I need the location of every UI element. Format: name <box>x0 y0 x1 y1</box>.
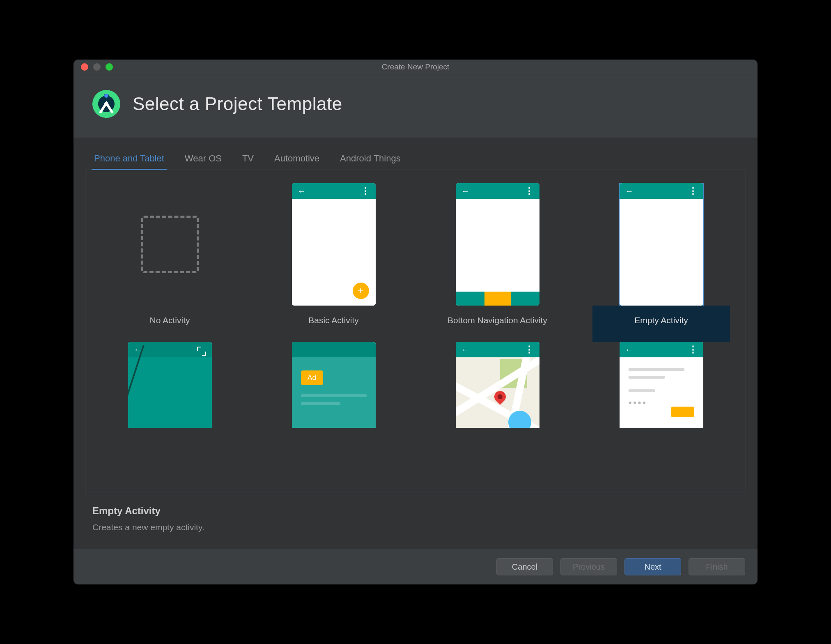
page-header: Select a Project Template <box>73 74 758 138</box>
previous-button: Previous <box>560 558 617 575</box>
back-arrow-icon: ← <box>298 186 306 196</box>
svg-point-3 <box>104 94 108 98</box>
template-label: Basic Activity <box>265 306 402 342</box>
page-title: Select a Project Template <box>133 94 342 114</box>
template-label: No Activity <box>101 306 239 342</box>
tab-phone-tablet[interactable]: Phone and Tablet <box>92 153 167 170</box>
finish-button: Finish <box>689 558 745 575</box>
template-grid: No Activity ←⋮ + Basic Activity ←⋮ <box>96 183 735 428</box>
svg-point-4 <box>104 102 108 106</box>
platform-tabs: Phone and Tablet Wear OS TV Automotive A… <box>85 153 746 170</box>
back-arrow-icon: ← <box>461 345 470 354</box>
template-grid-container: No Activity ←⋮ + Basic Activity ←⋮ <box>85 170 746 495</box>
template-admob-activity[interactable]: Ad <box>260 342 407 428</box>
template-label: Bottom Navigation Activity <box>429 306 566 342</box>
overflow-menu-icon: ⋮ <box>525 344 534 355</box>
fab-icon: + <box>353 283 369 299</box>
window-title: Create New Project <box>73 62 758 71</box>
create-project-window: Create New Project Select a Project Temp… <box>73 60 758 584</box>
next-button[interactable]: Next <box>624 558 681 575</box>
fullscreen-preview: ← <box>128 342 212 428</box>
admob-preview: Ad <box>292 342 376 428</box>
back-arrow-icon: ← <box>625 186 634 196</box>
selection-subtitle: Creates a new empty activity. <box>92 522 739 532</box>
bottom-nav-preview: ←⋮ <box>456 183 539 306</box>
ad-badge: Ad <box>301 370 323 385</box>
basic-activity-preview: ←⋮ + <box>292 183 376 306</box>
cancel-button[interactable]: Cancel <box>496 558 553 575</box>
template-fullscreen-activity[interactable]: ← <box>96 342 243 428</box>
content-area: Phone and Tablet Wear OS TV Automotive A… <box>73 138 758 549</box>
empty-activity-preview: ←⋮ <box>620 183 703 306</box>
template-no-activity[interactable]: No Activity <box>96 183 243 342</box>
back-arrow-icon: ← <box>625 345 634 354</box>
wizard-footer: Cancel Previous Next Finish <box>73 549 758 584</box>
template-maps-activity[interactable]: ←⋮ <box>424 342 571 428</box>
template-empty-activity[interactable]: ←⋮ Empty Activity <box>588 183 735 342</box>
titlebar: Create New Project <box>73 60 758 74</box>
login-preview: ←⋮ •••• <box>620 342 703 428</box>
tab-wear-os[interactable]: Wear OS <box>182 153 224 170</box>
template-label: Empty Activity <box>592 306 730 342</box>
tab-tv[interactable]: TV <box>240 153 256 170</box>
tab-android-things[interactable]: Android Things <box>337 153 403 170</box>
back-arrow-icon: ← <box>461 186 470 196</box>
tab-automotive[interactable]: Automotive <box>272 153 322 170</box>
android-studio-icon <box>92 89 121 119</box>
selection-title: Empty Activity <box>92 505 739 517</box>
overflow-menu-icon: ⋮ <box>361 186 370 196</box>
fullscreen-icon <box>197 347 206 356</box>
overflow-menu-icon: ⋮ <box>689 186 698 196</box>
overflow-menu-icon: ⋮ <box>525 186 534 196</box>
template-login-activity[interactable]: ←⋮ •••• <box>588 342 735 428</box>
maps-preview: ←⋮ <box>456 342 539 428</box>
template-basic-activity[interactable]: ←⋮ + Basic Activity <box>260 183 407 342</box>
overflow-menu-icon: ⋮ <box>689 344 698 355</box>
template-bottom-navigation[interactable]: ←⋮ Bottom Navigation Activity <box>424 183 571 342</box>
no-activity-icon <box>141 216 199 273</box>
selection-description: Empty Activity Creates a new empty activ… <box>85 495 746 549</box>
